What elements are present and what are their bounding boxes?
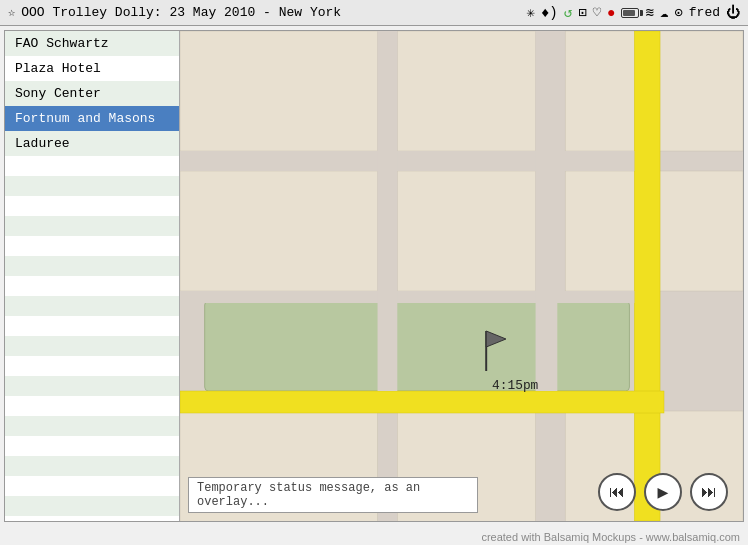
sidebar-empty-row	[5, 476, 179, 496]
sidebar-empty-row	[5, 516, 179, 521]
sidebar-item-sony-center[interactable]: Sony Center	[5, 81, 179, 106]
username-label: fred	[689, 5, 720, 20]
battery-icon	[621, 8, 639, 18]
sidebar-empty-row	[5, 436, 179, 456]
heart-icon: ♡	[593, 4, 601, 21]
svg-rect-12	[180, 391, 664, 413]
sidebar-empty-row	[5, 336, 179, 356]
title-bar-left: ☆ OOO Trolley Dolly: 23 May 2010 - New Y…	[8, 5, 341, 20]
sidebar-empty-row	[5, 496, 179, 516]
svg-rect-1	[180, 31, 378, 151]
sidebar-item-plaza-hotel[interactable]: Plaza Hotel	[5, 56, 179, 81]
sidebar-item-fortnum-and-masons[interactable]: Fortnum and Masons	[5, 106, 179, 131]
cloud-icon: ☁	[660, 4, 668, 21]
svg-rect-13	[180, 151, 634, 171]
status-bar: Temporary status message, as an overlay.…	[188, 477, 478, 513]
sidebar-empty-row	[5, 156, 179, 176]
svg-rect-5	[397, 171, 535, 291]
fast-forward-button[interactable]: ⏭	[690, 473, 728, 511]
clock-icon: ⊙	[674, 4, 682, 21]
sidebar-empty-row	[5, 176, 179, 196]
refresh-icon: ↺	[564, 4, 572, 21]
power-icon[interactable]: ⏻	[726, 5, 740, 21]
svg-text:4:15pm: 4:15pm	[492, 378, 538, 393]
sidebar-empty-row	[5, 456, 179, 476]
sidebar-empty-row	[5, 256, 179, 276]
sidebar-item-fao-schwartz[interactable]: FAO Schwartz	[5, 31, 179, 56]
sidebar-empty-row	[5, 236, 179, 256]
svg-rect-4	[180, 171, 378, 291]
sound-icon: ♦)	[541, 5, 558, 21]
sidebar-empty-row	[5, 296, 179, 316]
sidebar-empty-row	[5, 196, 179, 216]
title-bar-right: ✳ ♦) ↺ ⊡ ♡ ● ≋ ☁ ⊙ fred ⏻	[527, 4, 741, 21]
main-container: FAO Schwartz Plaza Hotel Sony Center For…	[4, 30, 744, 522]
svg-rect-15	[378, 31, 398, 391]
svg-rect-14	[180, 291, 634, 303]
svg-rect-11	[634, 31, 660, 521]
map-svg: 4:15pm	[180, 31, 743, 521]
sun-icon: ✳	[527, 4, 535, 21]
sidebar: FAO Schwartz Plaza Hotel Sony Center For…	[5, 31, 180, 521]
svg-rect-16	[536, 31, 558, 391]
sidebar-empty-row	[5, 216, 179, 236]
svg-rect-7	[205, 301, 630, 391]
play-button[interactable]: ▶	[644, 473, 682, 511]
rewind-button[interactable]: ⏮	[598, 473, 636, 511]
cart-icon: ⊡	[578, 4, 586, 21]
sidebar-item-laduree[interactable]: Laduree	[5, 131, 179, 156]
title-text: OOO Trolley Dolly: 23 May 2010 - New Yor…	[21, 5, 341, 20]
sidebar-empty-row	[5, 276, 179, 296]
window-icon: ☆	[8, 5, 15, 20]
title-bar: ☆ OOO Trolley Dolly: 23 May 2010 - New Y…	[0, 0, 748, 26]
sidebar-empty-row	[5, 356, 179, 376]
map-container: 4:15pm Temporary status message, as an o…	[180, 31, 743, 521]
sidebar-empty-row	[5, 376, 179, 396]
sidebar-empty-row	[5, 416, 179, 436]
media-controls: ⏮ ▶ ⏭	[598, 473, 728, 511]
footer: created with Balsamiq Mockups - www.bals…	[0, 526, 748, 545]
record-icon: ●	[607, 5, 615, 21]
sidebar-empty-row	[5, 316, 179, 336]
wifi-icon: ≋	[645, 4, 653, 21]
svg-rect-2	[397, 31, 535, 151]
status-message: Temporary status message, as an overlay.…	[197, 481, 420, 509]
sidebar-empty-row	[5, 396, 179, 416]
footer-text: created with Balsamiq Mockups - www.bals…	[481, 531, 740, 543]
